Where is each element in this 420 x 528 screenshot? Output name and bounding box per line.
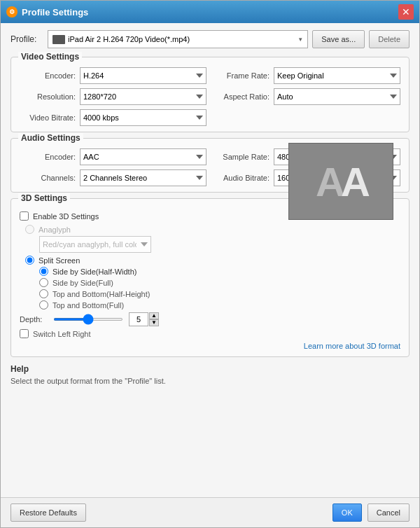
encoder-select[interactable]: H.264 [80, 67, 206, 84]
3d-settings-body: Enable 3D Settings Anaglyph Red/cyan ana… [20, 211, 400, 351]
top-bottom-full-row: Top and Bottom(Full) [39, 300, 400, 310]
depth-label: Depth: [20, 315, 48, 324]
depth-input[interactable] [129, 312, 148, 326]
aspect-ratio-select[interactable]: Auto [274, 88, 400, 105]
learn-more-link[interactable]: Learn more about 3D format [304, 342, 400, 350]
audio-encoder-row: Encoder: AAC [20, 148, 206, 165]
main-window: ⚙ Profile Settings ✕ Profile: iPad Air 2… [0, 0, 420, 528]
depth-up-button[interactable]: ▲ [149, 312, 159, 319]
channels-row: Channels: 2 Channels Stereo [20, 169, 206, 186]
window-title: Profile Settings [22, 7, 88, 18]
video-settings-title: Video Settings [18, 52, 82, 62]
channels-select[interactable]: 2 Channels Stereo [80, 169, 206, 186]
video-bitrate-spacer [214, 109, 400, 126]
split-screen-label[interactable]: Split Screen [38, 256, 80, 265]
enable-3d-row: Enable 3D Settings [20, 211, 288, 221]
depth-spinner: ▲ ▼ [149, 312, 159, 326]
3d-preview-box: AA [288, 143, 393, 220]
audio-settings-title: Audio Settings [18, 133, 83, 143]
audio-encoder-select[interactable]: AAC [80, 148, 206, 165]
aspect-ratio-label: Aspect Ratio: [214, 92, 270, 101]
main-content: Profile: iPad Air 2 H.264 720p Video(*.m… [1, 23, 419, 497]
top-bottom-half-radio[interactable] [39, 289, 48, 298]
depth-down-button[interactable]: ▼ [149, 319, 159, 326]
close-button[interactable]: ✕ [398, 4, 414, 20]
resolution-row: Resolution: 1280*720 [20, 88, 206, 105]
resolution-label: Resolution: [20, 92, 76, 101]
title-bar: ⚙ Profile Settings ✕ [1, 1, 419, 23]
cancel-button[interactable]: Cancel [368, 503, 410, 522]
side-by-side-half-label[interactable]: Side by Side(Half-Width) [52, 268, 136, 276]
side-by-side-full-row: Side by Side(Full) [39, 278, 400, 287]
anaglyph-radio-row: Anaglyph [25, 225, 400, 234]
side-by-side-full-label[interactable]: Side by Side(Full) [52, 279, 113, 287]
profile-icon [52, 35, 65, 44]
profile-row: Profile: iPad Air 2 H.264 720p Video(*.m… [10, 30, 410, 48]
side-by-side-full-radio[interactable] [39, 278, 48, 287]
aspect-ratio-row: Aspect Ratio: Auto [214, 88, 400, 105]
depth-value-wrapper: ▲ ▼ [129, 312, 159, 326]
split-screen-options: Side by Side(Half-Width) Side by Side(Fu… [39, 267, 400, 310]
split-screen-radio-row: Split Screen [25, 256, 400, 265]
learn-more-row: Learn more about 3D format [20, 341, 400, 351]
side-by-side-half-radio[interactable] [39, 267, 48, 276]
help-text: Select the output format from the "Profi… [10, 377, 410, 385]
top-bottom-half-label[interactable]: Top and Bottom(Half-Height) [52, 290, 150, 298]
switch-lr-label[interactable]: Switch Left Right [33, 330, 91, 338]
resolution-select[interactable]: 1280*720 [80, 88, 206, 105]
video-settings-section: Video Settings Encoder: H.264 Frame Rate… [10, 57, 410, 132]
frame-rate-row: Frame Rate: Keep Original [214, 67, 400, 84]
video-bitrate-label: Video Bitrate: [20, 113, 76, 122]
3d-radio-section: Anaglyph Red/cyan anaglyph, full color S… [25, 225, 400, 310]
preview-aa-text: AA [316, 158, 366, 205]
anaglyph-label[interactable]: Anaglyph [38, 225, 71, 234]
audio-encoder-label: Encoder: [20, 153, 76, 161]
save-as-button[interactable]: Save as... [312, 30, 365, 48]
depth-row: Depth: ▲ ▼ [20, 312, 400, 326]
ok-button[interactable]: OK [332, 503, 362, 522]
frame-rate-label: Frame Rate: [214, 71, 270, 80]
top-bottom-half-row: Top and Bottom(Half-Height) [39, 289, 400, 298]
video-settings-grid: Encoder: H.264 Frame Rate: Keep Original… [20, 67, 400, 126]
frame-rate-select[interactable]: Keep Original [274, 67, 400, 84]
video-bitrate-select[interactable]: 4000 kbps [80, 109, 206, 126]
channels-label: Channels: [20, 174, 76, 182]
profile-value: iPad Air 2 H.264 720p Video(*.mp4) [68, 35, 295, 43]
anaglyph-type-select[interactable]: Red/cyan anaglyph, full color [39, 236, 151, 253]
audio-bitrate-label: Audio Bitrate: [214, 174, 270, 182]
switch-lr-row: Switch Left Right [20, 329, 400, 338]
enable-3d-label[interactable]: Enable 3D Settings [33, 212, 99, 221]
split-screen-radio[interactable] [25, 256, 34, 265]
3d-settings-section: 3D Settings AA Enable 3D Settings Anagl [10, 198, 410, 357]
switch-lr-checkbox[interactable] [20, 329, 29, 338]
top-bottom-full-radio[interactable] [39, 300, 48, 310]
top-bottom-full-label[interactable]: Top and Bottom(Full) [52, 301, 124, 310]
profile-label: Profile: [10, 34, 42, 44]
encoder-row: Encoder: H.264 [20, 67, 206, 84]
video-bitrate-row: Video Bitrate: 4000 kbps [20, 109, 206, 126]
enable-3d-checkbox[interactable] [20, 211, 29, 221]
help-section: Help Select the output format from the "… [10, 364, 410, 385]
profile-dropdown-arrow: ▼ [298, 36, 303, 43]
title-bar-left: ⚙ Profile Settings [6, 6, 88, 18]
preview-a-left: A [316, 159, 341, 204]
profile-select-wrapper: iPad Air 2 H.264 720p Video(*.mp4) ▼ Sav… [48, 30, 410, 48]
restore-defaults-button[interactable]: Restore Defaults [10, 503, 86, 522]
delete-button[interactable]: Delete [369, 30, 410, 48]
anaglyph-radio[interactable] [25, 225, 34, 234]
help-title: Help [10, 364, 410, 374]
depth-slider[interactable] [53, 318, 123, 321]
side-by-side-half-row: Side by Side(Half-Width) [39, 267, 400, 276]
footer: Restore Defaults OK Cancel [1, 497, 419, 527]
3d-settings-title: 3D Settings [18, 193, 70, 203]
encoder-label: Encoder: [20, 71, 76, 80]
footer-right: OK Cancel [332, 503, 410, 522]
app-icon: ⚙ [6, 6, 18, 18]
preview-a-right: A [341, 159, 366, 204]
sample-rate-label: Sample Rate: [214, 153, 270, 161]
